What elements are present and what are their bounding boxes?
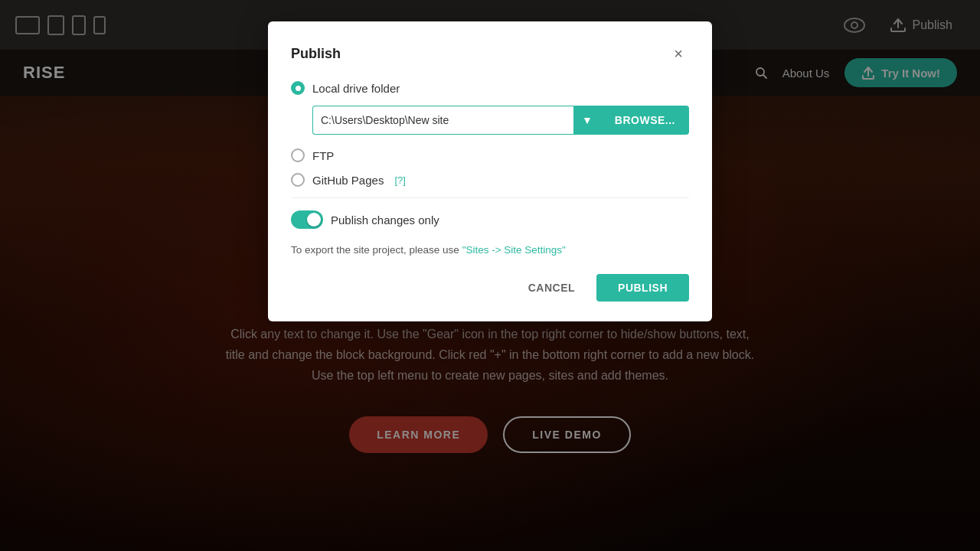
browse-button[interactable]: BROWSE... [601, 106, 689, 135]
ftp-radio[interactable] [291, 148, 305, 162]
publish-changes-toggle[interactable] [291, 210, 323, 229]
github-pages-radio[interactable] [291, 173, 305, 187]
toggle-knob [307, 213, 321, 227]
export-note-text: To export the site project, please use [291, 244, 462, 256]
modal-close-button[interactable]: × [668, 43, 689, 64]
export-note: To export the site project, please use "… [291, 244, 689, 256]
publish-modal-button[interactable]: PUBLISH [596, 274, 689, 302]
github-pages-option[interactable]: GitHub Pages [?] [291, 173, 689, 187]
path-row: ▼ BROWSE... [312, 106, 689, 135]
toggle-row: Publish changes only [291, 210, 689, 229]
ftp-option[interactable]: FTP [291, 148, 689, 162]
cancel-button[interactable]: CANCEL [516, 276, 587, 300]
site-settings-link[interactable]: "Sites -> Site Settings" [462, 244, 566, 256]
modal-title: Publish [291, 46, 341, 62]
github-help-icon[interactable]: [?] [394, 174, 405, 186]
publish-modal: Publish × Local drive folder ▼ BROWSE...… [268, 21, 712, 321]
local-drive-radio[interactable] [291, 81, 305, 95]
github-pages-label: GitHub Pages [312, 174, 384, 187]
ftp-label: FTP [312, 149, 334, 162]
modal-footer: CANCEL PUBLISH [291, 274, 689, 302]
path-dropdown-button[interactable]: ▼ [573, 106, 601, 135]
local-drive-label: Local drive folder [312, 82, 400, 95]
local-drive-option[interactable]: Local drive folder [291, 81, 689, 95]
modal-header: Publish × [291, 43, 689, 64]
modal-divider [291, 197, 689, 198]
path-input[interactable] [312, 106, 573, 135]
publish-changes-label: Publish changes only [331, 214, 439, 227]
